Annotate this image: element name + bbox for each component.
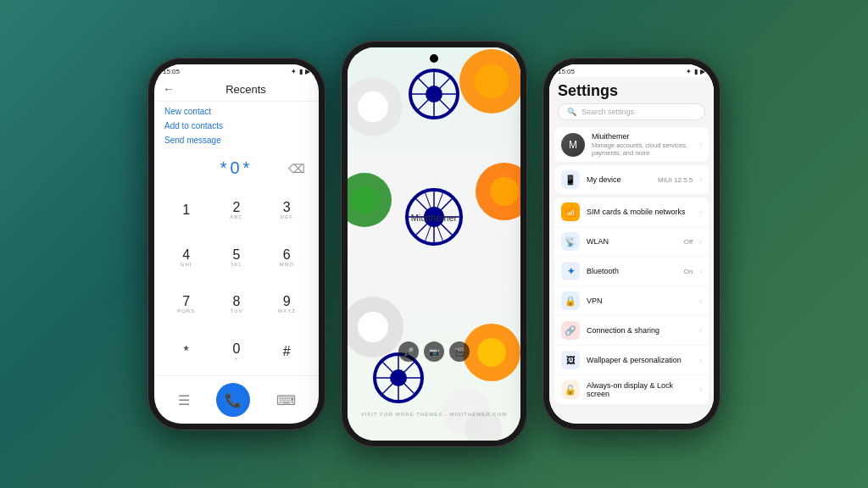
svg-point-31 <box>477 338 506 367</box>
wallpaper-svg <box>348 47 520 441</box>
vpn-icon: 🔒 <box>561 291 580 310</box>
search-icon: 🔍 <box>567 108 576 116</box>
app-icon-video[interactable]: 🎬 <box>449 341 470 362</box>
my-device-text: My device <box>587 175 651 184</box>
wallpaper-chevron: › <box>699 357 702 364</box>
recents-title: Recents <box>181 83 310 96</box>
settings-list: M Miuithemer Manage accounts, cloud serv… <box>549 124 714 424</box>
vpn-text: VPN <box>587 297 693 305</box>
keypad: 1 2ABC 3DEF 4GHI 5JKL 6MNO 7PQRS 8TUV 9W… <box>154 186 319 375</box>
vpn-item[interactable]: 🔒 VPN › <box>554 286 709 316</box>
new-contact-link[interactable]: New contact <box>164 107 309 116</box>
connection-sharing-chevron: › <box>699 327 702 335</box>
key-4[interactable]: 4GHI <box>161 234 211 281</box>
key-hash[interactable]: # <box>262 328 312 375</box>
sim-label: SIM cards & mobile networks <box>587 208 693 216</box>
contact-actions: New contact Add to contacts Send message <box>154 102 319 150</box>
connection-sharing-label: Connection & sharing <box>587 326 693 335</box>
key-2[interactable]: 2ABC <box>211 186 261 234</box>
my-device-section: 📱 My device MIUI 12.5.5 › <box>554 165 709 194</box>
add-to-contacts-link[interactable]: Add to contacts <box>164 121 309 130</box>
phone-3-settings: 15:05 ✦ ▮ ▶ Settings 🔍 Search settings <box>542 58 721 430</box>
signal-icon-3: ▶ <box>700 68 705 75</box>
connection-sharing-text: Connection & sharing <box>587 326 693 335</box>
wp-username: Miuithemer <box>411 213 457 223</box>
account-chevron: › <box>699 141 702 148</box>
sim-item[interactable]: 📶 SIM cards & mobile networks › <box>554 197 709 227</box>
always-on-item[interactable]: 🔓 Always-on display & Lock screen › <box>554 375 709 404</box>
watermark: VISIT FOR MORE THEMES - MIUITHEMER.COM <box>361 412 508 417</box>
wallpaper-screen: Miuithemer 🎤 📷 🎬 VISIT FOR MORE THEMES -… <box>348 47 520 441</box>
wlan-label: WLAN <box>587 237 677 246</box>
app-icon-mic[interactable]: 🎤 <box>398 341 419 362</box>
avatar-initial: M <box>569 139 577 151</box>
bluetooth-chevron: › <box>699 268 702 275</box>
back-arrow-icon[interactable]: ← <box>163 82 175 96</box>
my-device-label: My device <box>587 175 651 184</box>
settings-screen: 15:05 ✦ ▮ ▶ Settings 🔍 Search settings <box>549 64 714 424</box>
phone-3-frame: 15:05 ✦ ▮ ▶ Settings 🔍 Search settings <box>542 58 721 430</box>
dialer-display: *0* ⌫ <box>154 150 319 186</box>
account-sub: Manage accounts, cloud services, payment… <box>592 141 693 157</box>
my-device-item[interactable]: 📱 My device MIUI 12.5.5 › <box>554 165 709 194</box>
status-icons-1: ✦ ▮ ▶ <box>291 68 310 75</box>
wlan-item[interactable]: 📡 WLAN Off › <box>554 227 709 257</box>
key-1[interactable]: 1 <box>161 186 211 234</box>
always-on-chevron: › <box>699 386 702 394</box>
call-button[interactable]: 📞 <box>216 383 250 417</box>
bluetooth-item[interactable]: ✦ Bluetooth On › <box>554 257 709 286</box>
search-placeholder: Search settings <box>581 108 634 116</box>
phone-2-frame: Miuithemer 🎤 📷 🎬 VISIT FOR MORE THEMES -… <box>341 41 527 447</box>
key-star[interactable]: * <box>161 328 211 375</box>
phone-1-frame: 15:05 ✦ ▮ ▶ ← Recents New contact Add to… <box>147 58 326 430</box>
key-9[interactable]: 9WXYZ <box>262 281 312 329</box>
sim-icon: 📶 <box>561 202 580 221</box>
wallpaper-status <box>348 47 520 53</box>
wlan-icon: 📡 <box>561 232 580 251</box>
svg-point-3 <box>358 92 388 122</box>
bluetooth-value: On <box>684 268 693 275</box>
main-settings-section: 📶 SIM cards & mobile networks › 📡 WLAN <box>554 197 709 404</box>
always-on-label: Always-on display & Lock screen <box>587 381 693 398</box>
wlan-value: Off <box>684 238 693 246</box>
svg-point-11 <box>351 186 378 214</box>
battery-icon-1: ▮ <box>299 68 303 75</box>
status-bar-1: 15:05 ✦ ▮ ▶ <box>154 64 319 77</box>
app-icon-camera[interactable]: 📷 <box>424 341 444 362</box>
key-0[interactable]: 0+ <box>211 328 261 375</box>
connection-sharing-item[interactable]: 🔗 Connection & sharing › <box>554 316 709 346</box>
wallpaper-item[interactable]: 🖼 Wallpaper & personalization › <box>554 346 709 375</box>
status-bar-3: 15:05 ✦ ▮ ▶ <box>549 64 714 77</box>
key-5[interactable]: 5JKL <box>211 234 261 281</box>
phone-2-wallpaper: Miuithemer 🎤 📷 🎬 VISIT FOR MORE THEMES -… <box>341 41 527 447</box>
key-3[interactable]: 3DEF <box>262 186 312 234</box>
settings-header: Settings 🔍 Search settings <box>549 77 714 124</box>
bluetooth-text: Bluetooth <box>587 267 677 275</box>
my-device-value: MIUI 12.5.5 <box>658 176 693 184</box>
backspace-button[interactable]: ⌫ <box>288 162 309 175</box>
svg-point-23 <box>358 312 388 342</box>
key-6[interactable]: 6MNO <box>262 234 312 281</box>
vpn-chevron: › <box>699 297 702 305</box>
always-on-text: Always-on display & Lock screen <box>587 381 693 398</box>
account-item[interactable]: M Miuithemer Manage accounts, cloud serv… <box>554 127 709 162</box>
key-8[interactable]: 8TUV <box>211 281 261 329</box>
wallpaper-label: Wallpaper & personalization <box>587 356 693 364</box>
phone-2-screen: Miuithemer 🎤 📷 🎬 VISIT FOR MORE THEMES -… <box>348 47 520 441</box>
key-7[interactable]: 7PQRS <box>161 281 211 329</box>
battery-icon-3: ▮ <box>694 68 698 75</box>
account-text: Miuithemer Manage accounts, cloud servic… <box>592 132 693 157</box>
wallpaper-settings-icon: 🖼 <box>561 351 580 369</box>
wlan-chevron: › <box>699 238 702 246</box>
settings-search-bar[interactable]: 🔍 Search settings <box>558 103 705 120</box>
keypad-icon[interactable]: ⌨ <box>276 392 296 408</box>
call-icon: 📞 <box>225 392 242 408</box>
bluetooth-icon: ✦ <box>561 262 580 280</box>
status-icons-3: ✦ ▮ ▶ <box>686 68 705 75</box>
dialer-number: *0* <box>220 158 253 178</box>
send-message-link[interactable]: Send message <box>164 136 309 145</box>
menu-icon[interactable]: ☰ <box>178 392 190 408</box>
vpn-label: VPN <box>587 297 693 305</box>
dialer-screen: 15:05 ✦ ▮ ▶ ← Recents New contact Add to… <box>154 64 319 424</box>
svg-point-13 <box>490 177 519 206</box>
